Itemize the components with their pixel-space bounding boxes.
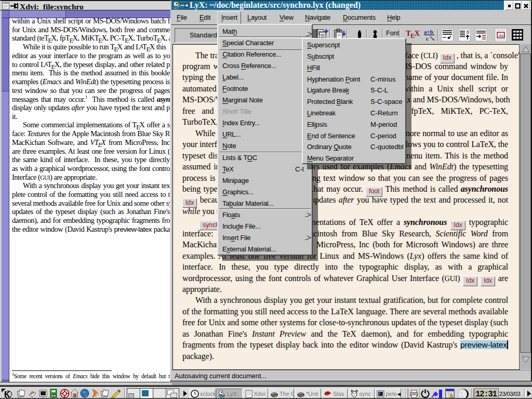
svg-text:c: c [426, 35, 429, 42]
svg-text:a+b: a+b [424, 29, 433, 35]
